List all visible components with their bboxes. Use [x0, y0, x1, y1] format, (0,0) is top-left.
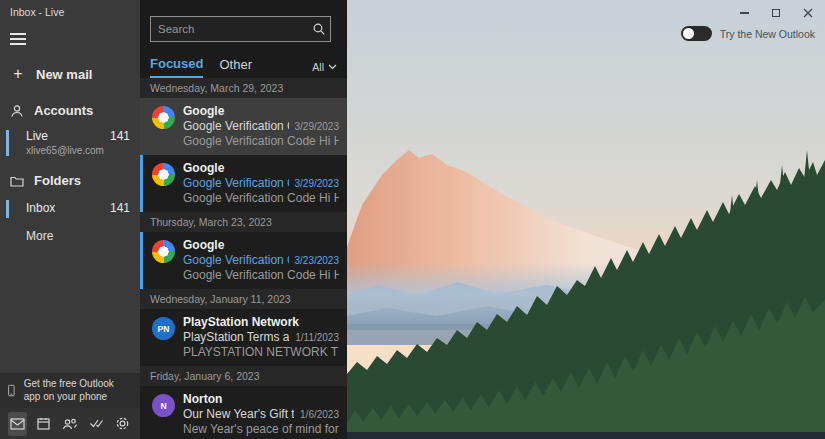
email-sender: Norton	[183, 392, 339, 407]
try-new-outlook-row: Try the New Outlook	[681, 26, 815, 41]
tab-other[interactable]: Other	[219, 57, 252, 77]
close-icon	[803, 8, 813, 18]
calendar-icon	[37, 417, 50, 430]
chevron-down-icon	[328, 64, 337, 70]
window-controls	[733, 4, 819, 22]
sidebar-item-inbox[interactable]: Inbox 141	[0, 195, 140, 221]
search-row	[140, 0, 347, 48]
inbox-label: Inbox	[26, 201, 55, 215]
minimize-button[interactable]	[733, 4, 755, 22]
email-sender: Google	[183, 238, 339, 253]
search-box[interactable]	[150, 16, 331, 42]
email-subject: PlayStation Terms and Privacy Policy	[183, 330, 289, 345]
account-name: Live	[26, 129, 48, 143]
new-outlook-toggle[interactable]	[681, 26, 712, 41]
email-preview: Google Verification Code Hi Hani, W	[183, 268, 339, 283]
new-mail-label: New mail	[36, 67, 92, 82]
email-date: 3/29/2023	[295, 121, 340, 134]
tab-focused[interactable]: Focused	[150, 56, 203, 78]
account-unread-count: 141	[110, 129, 130, 143]
todo-nav-button[interactable]	[87, 412, 106, 436]
email-row-google-3[interactable]: Google Google Verification Code 3/23/202…	[140, 232, 347, 289]
mail-nav-button[interactable]	[8, 412, 27, 436]
norton-avatar: N	[152, 394, 175, 417]
accounts-label: Accounts	[34, 103, 93, 118]
settings-nav-button[interactable]	[113, 412, 132, 436]
email-date: 1/11/2023	[295, 332, 339, 345]
google-avatar	[152, 106, 175, 129]
folder-icon	[10, 175, 24, 187]
close-button[interactable]	[797, 4, 819, 22]
account-email: xlive65@live.com	[26, 145, 130, 156]
email-row-google-2[interactable]: Google Google Verification Code 3/29/202…	[140, 155, 347, 212]
inbox-selected-bar	[6, 200, 9, 218]
email-row-google-1[interactable]: Google Google Verification Code 3/29/202…	[140, 98, 347, 155]
accounts-header[interactable]: Accounts	[0, 96, 140, 125]
date-header: Thursday, March 23, 2023	[140, 212, 347, 232]
hamburger-menu-icon[interactable]	[2, 26, 36, 52]
phone-icon	[8, 381, 15, 400]
email-preview: Google Verification Code Hi Hani, W	[183, 134, 339, 149]
date-header: Friday, January 6, 2023	[140, 366, 347, 386]
gear-icon	[115, 416, 130, 431]
outlook-app-banner[interactable]: Get the free Outlook app on your phone	[0, 373, 140, 408]
email-subject: Google Verification Code	[183, 176, 289, 191]
new-mail-button[interactable]: + New mail	[0, 58, 140, 90]
toggle-knob	[683, 28, 694, 39]
email-date: 3/29/2023	[295, 178, 340, 191]
maximize-icon	[772, 9, 780, 17]
window-title: Inbox - Live	[0, 0, 140, 18]
person-icon	[10, 104, 24, 118]
outlook-app-banner-text: Get the free Outlook app on your phone	[24, 378, 132, 403]
date-header: Wednesday, January 11, 2023	[140, 289, 347, 309]
plus-icon: +	[10, 65, 26, 83]
filter-dropdown-value: All	[312, 61, 324, 73]
email-date: 1/6/2023	[300, 409, 339, 422]
email-subject: Google Verification Code	[183, 253, 289, 268]
maximize-button[interactable]	[765, 4, 787, 22]
email-row-norton[interactable]: N Norton Our New Year's Gift to you – No…	[140, 386, 347, 439]
bottom-navigation-bar	[0, 408, 140, 439]
calendar-nav-button[interactable]	[34, 412, 53, 436]
focused-other-tabs: Focused Other All	[140, 48, 347, 78]
more-folders-button[interactable]: More	[0, 221, 140, 251]
email-sender: Google	[183, 104, 339, 119]
email-preview: PLAYSTATION NETWORK TERMS OF	[183, 345, 339, 360]
playstation-avatar: PN	[152, 317, 175, 340]
reading-pane-background: Try the New Outlook	[347, 0, 825, 439]
email-sender: PlayStation Network	[183, 315, 339, 330]
todo-checkmarks-icon	[89, 418, 104, 429]
email-list: Wednesday, March 29, 2023 Google Google …	[140, 78, 347, 439]
minimize-icon	[740, 12, 749, 14]
sidebar: Inbox - Live + New mail Accounts Live 14…	[0, 0, 140, 439]
message-list-pane: Focused Other All Wednesday, March 29, 2…	[140, 0, 347, 439]
sidebar-spacer	[0, 251, 140, 373]
filter-dropdown[interactable]: All	[312, 61, 337, 73]
mail-icon	[10, 418, 25, 430]
people-icon	[62, 418, 78, 430]
mountain-photo	[347, 0, 825, 439]
email-subject: Our New Year's Gift to you – Norton !	[183, 407, 294, 422]
folders-header[interactable]: Folders	[0, 166, 140, 195]
google-avatar	[152, 163, 175, 186]
date-header: Wednesday, March 29, 2023	[140, 78, 347, 98]
inbox-unread-count: 141	[110, 201, 130, 215]
email-sender: Google	[183, 161, 339, 176]
email-row-playstation[interactable]: PN PlayStation Network PlayStation Terms…	[140, 309, 347, 366]
mail-app-window: Inbox - Live + New mail Accounts Live 14…	[0, 0, 825, 439]
search-icon[interactable]	[312, 22, 326, 36]
email-preview: Google Verification Code Hi Hani, W	[183, 191, 339, 206]
account-selected-bar	[6, 130, 9, 156]
sidebar-item-account-live[interactable]: Live 141 xlive65@live.com	[0, 125, 140, 160]
email-date: 3/23/2023	[295, 255, 340, 268]
folders-label: Folders	[34, 173, 81, 188]
people-nav-button[interactable]	[60, 412, 79, 436]
search-input[interactable]	[158, 23, 312, 35]
email-preview: New Year's peace of mind for just $4:	[183, 422, 339, 437]
google-avatar	[152, 240, 175, 263]
try-new-outlook-label: Try the New Outlook	[720, 28, 815, 40]
email-subject: Google Verification Code	[183, 119, 289, 134]
